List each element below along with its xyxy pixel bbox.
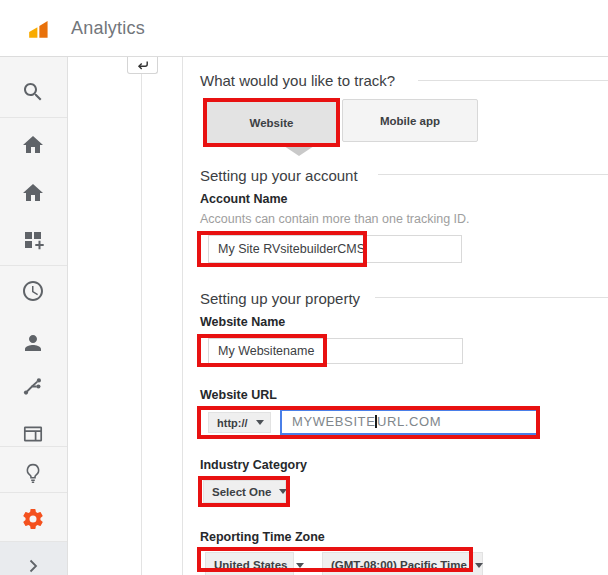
sidebar-divider [0, 492, 67, 493]
sidebar-item-search[interactable] [21, 80, 45, 104]
timezone-value: (GMT-08:00) Pacific Time [331, 559, 467, 571]
analytics-setup-screen: Analytics [0, 0, 608, 575]
dropdown-arrow-icon [279, 489, 287, 494]
industry-category-dropdown[interactable]: Select One [203, 480, 286, 503]
sidebar-item-acquisition[interactable] [21, 375, 45, 399]
sidebar-divider [0, 541, 67, 542]
flow-split-icon [21, 375, 45, 399]
industry-category-value: Select One [212, 486, 271, 498]
sidebar-item-realtime[interactable] [21, 279, 45, 303]
home-icon [21, 133, 45, 157]
heading-rule [378, 174, 608, 175]
dropdown-arrow-icon [256, 420, 264, 425]
sidebar-divider [0, 446, 67, 447]
sidebar [0, 57, 68, 575]
account-name-helper: Accounts can contain more than one track… [200, 212, 470, 226]
website-name-input[interactable] [208, 338, 463, 364]
selected-tab-pointer-icon [284, 146, 314, 156]
tab-website[interactable]: Website [207, 102, 336, 143]
window-layout-icon [21, 422, 45, 446]
dropdown-arrow-icon [475, 563, 483, 568]
sidebar-item-expand[interactable] [21, 554, 45, 575]
sidebar-item-admin[interactable] [21, 507, 45, 531]
analytics-logo-icon [27, 15, 53, 41]
timezone-dropdown[interactable]: (GMT-08:00) Pacific Time [322, 552, 483, 575]
collapse-step-button[interactable] [127, 57, 158, 74]
gear-icon [21, 507, 45, 531]
person-icon [21, 331, 45, 355]
customization-grid-plus-icon [21, 228, 45, 252]
sidebar-item-home[interactable] [21, 133, 45, 157]
main-content: What would you like to track? Website Mo… [68, 57, 608, 575]
lightbulb-icon [21, 461, 45, 485]
account-heading: Setting up your account [200, 167, 358, 184]
website-url-label: Website URL [200, 388, 277, 402]
account-name-label: Account Name [200, 192, 288, 206]
industry-category-label: Industry Category [200, 458, 307, 472]
url-text-after-caret: URL.COM [377, 414, 441, 429]
chevron-right-icon [21, 554, 45, 575]
annotation-box-website-tab: Website [203, 98, 340, 147]
url-protocol-dropdown[interactable]: http:// [208, 412, 271, 433]
stepper-line [141, 73, 142, 575]
app-title: Analytics [71, 0, 145, 56]
track-heading: What would you like to track? [200, 72, 395, 89]
timezone-country-dropdown[interactable]: United States [205, 552, 294, 575]
sidebar-divider [0, 117, 67, 118]
clock-icon [21, 279, 45, 303]
heading-rule [375, 297, 608, 298]
app-header: Analytics [0, 0, 608, 57]
sidebar-divider [0, 265, 67, 266]
sidebar-item-behavior[interactable] [21, 422, 45, 446]
sidebar-item-discover[interactable] [21, 461, 45, 485]
website-url-input[interactable]: MYWEBSITEURL.COM [280, 409, 538, 435]
sidebar-item-customization[interactable] [21, 228, 45, 252]
return-arrow-icon [136, 60, 149, 71]
account-name-input[interactable] [208, 235, 462, 263]
url-text-before-caret: MYWEBSITE [292, 414, 375, 429]
panel-divider-line [182, 57, 183, 575]
property-heading: Setting up your property [200, 290, 360, 307]
website-name-label: Website Name [200, 315, 285, 329]
dropdown-arrow-icon [296, 563, 304, 568]
url-protocol-value: http:// [217, 417, 248, 429]
timezone-country-value: United States [214, 559, 288, 571]
sidebar-item-home-alt[interactable] [21, 181, 45, 205]
tab-mobile-app[interactable]: Mobile app [342, 99, 478, 142]
search-icon [21, 80, 45, 104]
reporting-timezone-label: Reporting Time Zone [200, 530, 325, 544]
home-icon [21, 181, 45, 205]
sidebar-item-audience[interactable] [21, 331, 45, 355]
heading-rule [418, 80, 608, 81]
